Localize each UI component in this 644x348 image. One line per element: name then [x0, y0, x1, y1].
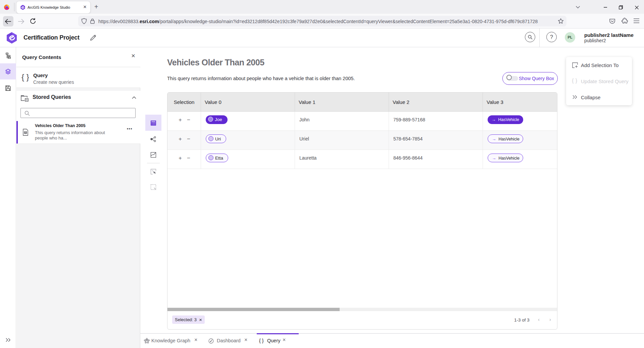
svg-text:{ }: { }	[21, 72, 29, 81]
